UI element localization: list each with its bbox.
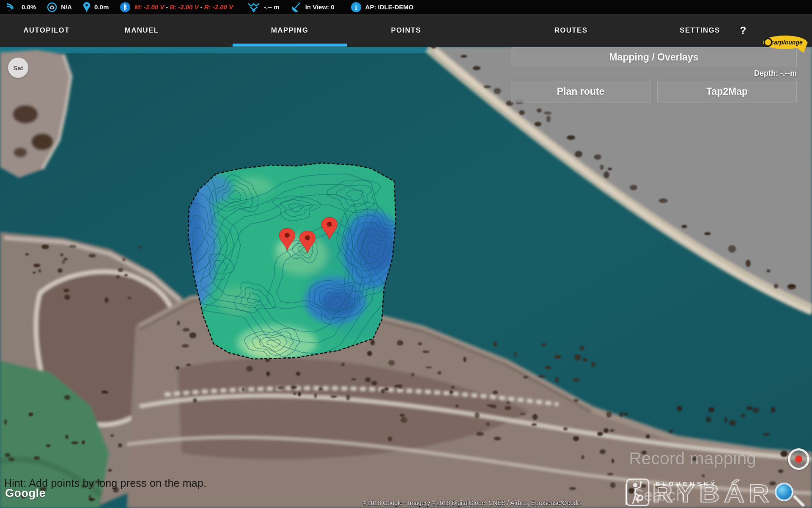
- tap2map-button[interactable]: Tap2Map: [657, 81, 797, 102]
- svg-text:i: i: [355, 4, 357, 11]
- satellites-in-view-value: In View: 0: [305, 3, 335, 11]
- status-bar: 0.0% N/A 0.0m M: -2.00 V-B: -2.00 V-R: -…: [0, 0, 812, 14]
- google-logo: Google: [5, 487, 46, 500]
- voltage-receiver: R: -2.00 V: [204, 3, 233, 11]
- sat-layer-button[interactable]: Sat: [8, 58, 28, 78]
- active-tab-underline: [233, 44, 347, 47]
- search-caret: [625, 484, 627, 505]
- carplounge-app: 0.0% N/A 0.0m M: -2.00 V-B: -2.00 V-R: -…: [0, 0, 812, 508]
- tab-manuel[interactable]: MANUEL: [125, 14, 159, 47]
- main-nav: AUTOPILOT MANUEL MAPPING POINTS ROUTES S…: [0, 14, 812, 47]
- voltage-readout: M: -2.00 V-B: -2.00 V-R: -2.00 V: [134, 3, 233, 11]
- logo-text: carplounge: [771, 39, 803, 46]
- carplounge-logo: carplounge: [762, 34, 809, 54]
- map-pin-2[interactable]: [299, 229, 315, 255]
- gps-pin-icon: [83, 2, 91, 13]
- tab-mapping[interactable]: MAPPING: [271, 14, 308, 47]
- home-icon: [47, 2, 57, 12]
- map-pin-3[interactable]: [321, 216, 337, 241]
- record-mapping-button[interactable]: [788, 448, 809, 470]
- gps-accuracy-value: 0.0m: [94, 3, 109, 11]
- wifi-value: 0.0%: [22, 3, 36, 11]
- search-input[interactable]: Search: [633, 486, 685, 505]
- record-mapping-label: Record mapping: [629, 449, 756, 469]
- record-dot-icon: [795, 456, 802, 463]
- info-icon: i: [351, 2, 362, 13]
- wifi-icon: [7, 3, 18, 12]
- mapping-overlays-button[interactable]: Mapping / Overlays: [511, 47, 797, 67]
- map-pin-1[interactable]: [279, 227, 295, 252]
- map-attribution: ©2018 Google - Imagery ©2018 DigitalGlob…: [363, 500, 582, 506]
- voltage-bait: B: -2.00 V: [170, 3, 198, 11]
- depth-readout: Depth: -.--m: [511, 69, 797, 78]
- home-distance-value: N/A: [61, 3, 72, 11]
- voltage-main: M: -2.00 V: [134, 3, 164, 11]
- autopilot-state-value: AP: IDLE-DEMO: [365, 3, 414, 11]
- plan-route-button[interactable]: Plan route: [511, 81, 650, 102]
- satellite-map[interactable]: [0, 47, 812, 508]
- help-button[interactable]: ?: [740, 14, 746, 47]
- sonar-icon: [247, 2, 260, 12]
- satellite-dish-icon: [291, 2, 302, 12]
- battery-bluetooth-icon: [120, 2, 131, 13]
- tab-settings[interactable]: SETTINGS: [680, 14, 720, 47]
- tab-routes[interactable]: ROUTES: [554, 14, 588, 47]
- tab-autopilot[interactable]: AUTOPILOT: [23, 14, 70, 47]
- tab-points[interactable]: POINTS: [391, 14, 421, 47]
- sonar-depth-value: -.-- m: [264, 3, 280, 11]
